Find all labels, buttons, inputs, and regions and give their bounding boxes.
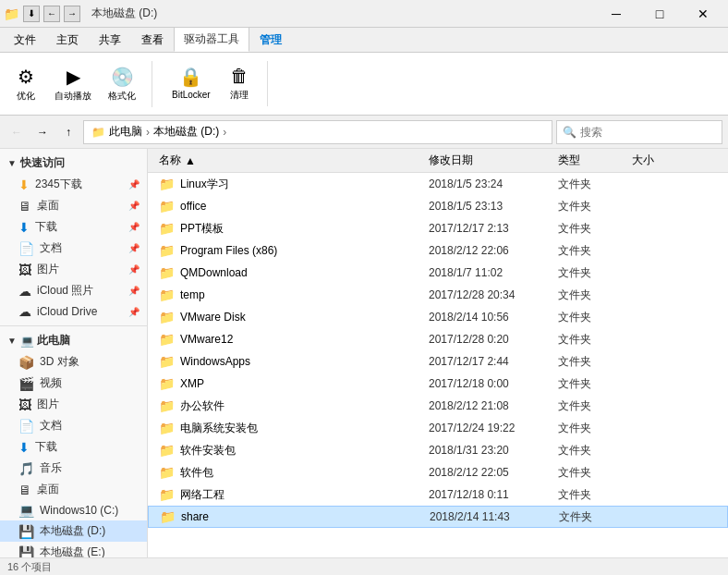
tab-view[interactable]: 查看 xyxy=(131,28,174,52)
sidebar-item-desktop[interactable]: 🖥 桌面 xyxy=(0,479,147,500)
table-row[interactable]: 📁 网络工程 2017/12/18 0:11 文件夹 xyxy=(148,483,728,506)
table-row[interactable]: 📁 软件安装包 2018/1/31 23:20 文件夹 xyxy=(148,439,728,461)
file-name: VMware12 xyxy=(180,333,233,346)
up-button[interactable]: ↑ xyxy=(57,121,79,143)
tab-manage[interactable]: 管理 xyxy=(249,28,292,52)
quick-access-btn[interactable]: ⬇ xyxy=(23,6,40,22)
file-type-cell: 文件夹 xyxy=(558,265,632,281)
table-row[interactable]: 📁 VMware12 2017/12/28 0:20 文件夹 xyxy=(148,328,728,350)
sidebar-item-pictures-quick[interactable]: 🖼 图片 📌 xyxy=(0,259,147,280)
sidebar-item-drive-e[interactable]: 💾 本地磁盘 (E:) xyxy=(0,542,147,557)
file-date-cell: 2017/12/28 0:20 xyxy=(429,333,558,346)
maximize-button[interactable]: □ xyxy=(638,0,681,28)
forward-history-btn[interactable]: → xyxy=(64,6,80,22)
this-pc-header[interactable]: ▼ 💻 此电脑 xyxy=(0,330,147,351)
sidebar-item-download-quick[interactable]: ⬇ 下载 📌 xyxy=(0,216,147,238)
table-row[interactable]: 📁 VMware Disk 2018/2/14 10:56 文件夹 xyxy=(148,306,728,328)
sidebar-item-music[interactable]: 🎵 音乐 xyxy=(0,458,147,479)
col-type[interactable]: 类型 xyxy=(558,153,632,168)
file-name-cell: 📁 软件安装包 xyxy=(152,443,429,459)
address-bar: ← → ↑ 📁 此电脑 › 本地磁盘 (D:) › 🔍 xyxy=(0,116,728,149)
sidebar-item-pictures[interactable]: 🖼 图片 xyxy=(0,394,147,415)
tab-driver[interactable]: 驱动器工具 xyxy=(174,27,249,52)
tab-home[interactable]: 主页 xyxy=(46,28,89,52)
back-button[interactable]: ← xyxy=(6,121,28,143)
folder-icon: 📁 xyxy=(159,310,175,324)
table-row[interactable]: 📁 软件包 2018/2/12 22:05 文件夹 xyxy=(148,461,728,483)
bitlocker-btn[interactable]: 🔒 BitLocker xyxy=(165,61,217,106)
col-size[interactable]: 大小 xyxy=(632,153,706,168)
forward-button[interactable]: → xyxy=(31,121,54,143)
format-btn[interactable]: 💿 格式化 xyxy=(102,61,142,107)
col-date[interactable]: 修改日期 xyxy=(429,153,558,168)
file-type-cell: 文件夹 xyxy=(558,243,632,259)
sidebar-item-label: 桌面 xyxy=(37,482,59,497)
table-row[interactable]: 📁 XMP 2017/12/18 0:00 文件夹 xyxy=(148,373,728,395)
address-box[interactable]: 📁 此电脑 › 本地磁盘 (D:) › xyxy=(83,120,552,144)
sidebar-item-video[interactable]: 🎬 视频 xyxy=(0,373,147,394)
sidebar-item-3d[interactable]: 📦 3D 对象 xyxy=(0,351,147,373)
file-name: share xyxy=(181,510,209,523)
ribbon: 文件 主页 共享 查看 驱动器工具 管理 ⚙ 优化 ▶ 自动播放 💿 格式化 xyxy=(0,28,728,116)
file-header: 名称 ▲ 修改日期 类型 大小 xyxy=(148,149,728,173)
search-input[interactable] xyxy=(580,126,716,139)
ribbon-group-optimize: ⚙ 优化 ▶ 自动播放 💿 格式化 xyxy=(7,61,152,107)
sidebar-item-label: iCloud Drive xyxy=(37,305,97,318)
sidebar-item-windows-c[interactable]: 💻 Windows10 (C:) xyxy=(0,500,147,520)
sidebar-item-label: iCloud 照片 xyxy=(37,283,93,299)
sidebar-divider-1 xyxy=(0,325,147,326)
autoplay-btn[interactable]: ▶ 自动播放 xyxy=(48,61,98,107)
optimize-icon: ⚙ xyxy=(18,66,34,88)
back-history-btn[interactable]: ← xyxy=(43,6,60,22)
sidebar-item-documents[interactable]: 📄 文档 xyxy=(0,415,147,436)
table-row[interactable]: 📁 temp 2017/12/28 20:34 文件夹 xyxy=(148,284,728,306)
table-row[interactable]: 📁 office 2018/1/5 23:13 文件夹 xyxy=(148,195,728,217)
quick-access-header[interactable]: ▼ 快速访问 xyxy=(0,153,147,174)
file-name: Linux学习 xyxy=(180,177,229,192)
cleanup-btn[interactable]: 🗑 清理 xyxy=(221,61,258,106)
table-row[interactable]: 📁 share 2018/2/14 11:43 文件夹 xyxy=(148,506,728,528)
search-box[interactable]: 🔍 xyxy=(556,120,722,144)
table-row[interactable]: 📁 Linux学习 2018/1/5 23:24 文件夹 xyxy=(148,173,728,195)
status-text: 16 个项目 xyxy=(7,560,52,574)
sidebar-item-icloud-photos[interactable]: ☁ iCloud 照片 📌 xyxy=(0,280,147,301)
table-row[interactable]: 📁 QMDownload 2018/1/7 11:02 文件夹 xyxy=(148,262,728,284)
sidebar-item-documents-quick[interactable]: 📄 文档 📌 xyxy=(0,238,147,259)
file-type-cell: 文件夹 xyxy=(558,487,632,503)
file-name-cell: 📁 Linux学习 xyxy=(152,177,429,192)
breadcrumb-arrow-1: › xyxy=(146,126,150,139)
file-name-cell: 📁 WindowsApps xyxy=(152,354,429,369)
title-bar: 📁 ⬇ ← → 本地磁盘 (D:) ─ □ ✕ xyxy=(0,0,728,28)
sidebar-item-desktop-quick[interactable]: 🖥 桌面 📌 xyxy=(0,195,147,216)
file-date-cell: 2018/1/7 11:02 xyxy=(429,266,558,279)
sidebar-item-drive-d[interactable]: 💾 本地磁盘 (D:) xyxy=(0,520,147,542)
format-icon: 💿 xyxy=(111,66,134,88)
col-name[interactable]: 名称 ▲ xyxy=(152,153,429,168)
optimize-btn[interactable]: ⚙ 优化 xyxy=(7,61,44,107)
tab-share[interactable]: 共享 xyxy=(89,28,131,52)
file-date-cell: 2018/2/14 10:56 xyxy=(429,311,558,324)
sidebar-item-label: 图片 xyxy=(37,262,59,277)
table-row[interactable]: 📁 PPT模板 2017/12/17 2:13 文件夹 xyxy=(148,217,728,239)
table-row[interactable]: 📁 办公软件 2018/2/12 21:08 文件夹 xyxy=(148,395,728,417)
sidebar-item-downloads[interactable]: ⬇ 下载 xyxy=(0,436,147,458)
file-type-cell: 文件夹 xyxy=(558,465,632,481)
file-type-cell: 文件夹 xyxy=(558,421,632,436)
folder-icon: 📁 xyxy=(159,265,175,280)
sidebar-item-downloads2345[interactable]: ⬇ 2345下载 📌 xyxy=(0,174,147,195)
table-row[interactable]: 📁 Program Files (x86) 2018/2/12 22:06 文件… xyxy=(148,239,728,262)
sidebar-item-label: 本地磁盘 (E:) xyxy=(40,544,105,557)
table-row[interactable]: 📁 WindowsApps 2017/12/17 2:44 文件夹 xyxy=(148,350,728,373)
table-row[interactable]: 📁 电脑系统安装包 2017/12/24 19:22 文件夹 xyxy=(148,417,728,439)
sidebar-item-icloud-drive[interactable]: ☁ iCloud Drive 📌 xyxy=(0,301,147,322)
file-name: temp xyxy=(180,288,205,301)
tab-file[interactable]: 文件 xyxy=(4,28,46,52)
search-icon: 🔍 xyxy=(563,126,576,139)
file-name: office xyxy=(180,200,206,213)
file-type-cell: 文件夹 xyxy=(558,310,632,325)
minimize-button[interactable]: ─ xyxy=(595,0,637,28)
close-button[interactable]: ✕ xyxy=(682,0,724,28)
title-text: 本地磁盘 (D:) xyxy=(91,6,157,21)
sidebar-item-label: 下载 xyxy=(35,439,57,455)
video-icon: 🎬 xyxy=(18,376,34,391)
